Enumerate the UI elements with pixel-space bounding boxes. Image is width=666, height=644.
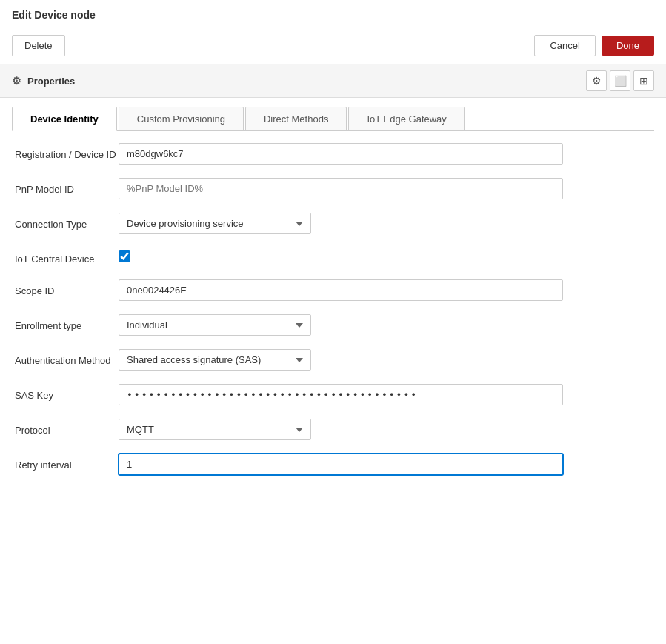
delete-button[interactable]: Delete (12, 35, 65, 56)
connection-type-select[interactable]: Device provisioning service Direct conne… (119, 213, 311, 234)
toolbar-right: Cancel Done (534, 35, 654, 56)
enrollment-type-row: Enrollment type Individual Group (15, 314, 651, 336)
enrollment-type-select[interactable]: Individual Group (119, 314, 311, 336)
protocol-control: MQTT AMQP HTTP (119, 419, 563, 440)
properties-bar: ⚙ Properties ⚙ ⬜ ⊞ (0, 64, 666, 98)
retry-interval-row: Retry interval (15, 454, 651, 475)
form-body: Registration / Device ID PnP Model ID Co… (0, 131, 666, 500)
scope-id-control (119, 279, 563, 301)
iot-central-control (119, 248, 563, 262)
connection-type-control: Device provisioning service Direct conne… (119, 213, 563, 234)
retry-interval-input[interactable] (119, 454, 563, 475)
copy-icon-button[interactable]: ⬜ (610, 70, 630, 91)
scope-id-label: Scope ID (15, 279, 119, 298)
protocol-label: Protocol (15, 419, 119, 437)
properties-right: ⚙ ⬜ ⊞ (586, 70, 654, 91)
gear-icon: ⚙ (12, 75, 21, 87)
registration-input[interactable] (119, 143, 563, 165)
registration-control (119, 143, 563, 165)
page-title: Edit Device node (0, 0, 666, 27)
auth-method-row: Authentication Method Shared access sign… (15, 349, 651, 371)
layout-icon-button[interactable]: ⊞ (633, 70, 654, 91)
retry-interval-control (119, 454, 563, 475)
protocol-row: Protocol MQTT AMQP HTTP (15, 419, 651, 440)
registration-row: Registration / Device ID (15, 143, 651, 165)
protocol-select[interactable]: MQTT AMQP HTTP (119, 419, 311, 440)
tab-direct-methods[interactable]: Direct Methods (245, 107, 347, 130)
auth-method-select[interactable]: Shared access signature (SAS) X.509 cert… (119, 349, 311, 371)
scope-id-row: Scope ID (15, 279, 651, 301)
sas-key-input[interactable] (119, 384, 563, 405)
connection-type-label: Connection Type (15, 213, 119, 231)
sas-key-control (119, 384, 563, 405)
properties-left: ⚙ Properties (12, 75, 75, 87)
iot-central-label: IoT Central Device (15, 248, 119, 266)
enrollment-type-label: Enrollment type (15, 314, 119, 333)
connection-type-row: Connection Type Device provisioning serv… (15, 213, 651, 234)
tab-device-identity[interactable]: Device Identity (12, 107, 117, 131)
pnp-model-label: PnP Model ID (15, 178, 119, 196)
registration-label: Registration / Device ID (15, 143, 119, 162)
toolbar: Delete Cancel Done (0, 27, 666, 64)
sas-key-row: SAS Key (15, 384, 651, 405)
done-button[interactable]: Done (602, 36, 654, 56)
cancel-button[interactable]: Cancel (534, 35, 595, 56)
iot-central-checkbox[interactable] (119, 250, 130, 262)
sas-key-label: SAS Key (15, 384, 119, 402)
properties-label: Properties (27, 76, 75, 87)
pnp-model-input[interactable] (119, 178, 563, 199)
pnp-model-row: PnP Model ID (15, 178, 651, 199)
auth-method-control: Shared access signature (SAS) X.509 cert… (119, 349, 563, 371)
settings-icon-button[interactable]: ⚙ (586, 70, 607, 91)
enrollment-type-control: Individual Group (119, 314, 563, 336)
tab-custom-provisioning[interactable]: Custom Provisioning (119, 107, 244, 130)
tab-iot-edge-gateway[interactable]: IoT Edge Gateway (348, 107, 464, 130)
iot-central-row: IoT Central Device (15, 248, 651, 266)
tabs-container: Device Identity Custom Provisioning Dire… (12, 107, 654, 131)
retry-interval-label: Retry interval (15, 454, 119, 472)
pnp-model-control (119, 178, 563, 199)
auth-method-label: Authentication Method (15, 349, 119, 368)
scope-id-input[interactable] (119, 279, 563, 301)
